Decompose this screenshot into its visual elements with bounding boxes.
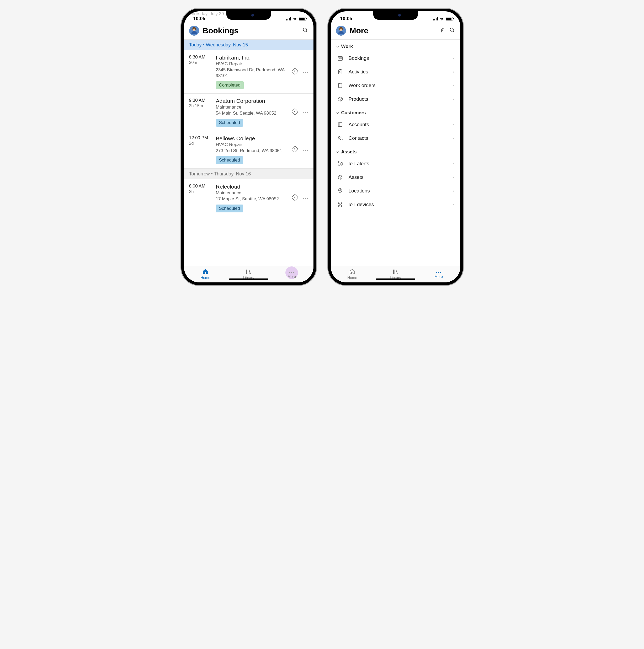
- chevron-right-icon: ›: [452, 56, 454, 60]
- tab-library[interactable]: Library: [227, 266, 270, 283]
- navigate-icon[interactable]: [291, 68, 298, 76]
- svg-point-11: [307, 112, 308, 113]
- search-icon[interactable]: [449, 27, 455, 34]
- svg-point-20: [289, 272, 290, 273]
- menu-accounts[interactable]: Accounts ›: [331, 118, 460, 131]
- chevron-down-icon: [336, 112, 339, 115]
- svg-point-25: [450, 28, 453, 32]
- svg-point-15: [307, 150, 308, 151]
- search-icon[interactable]: [303, 27, 308, 34]
- library-icon: [245, 268, 252, 275]
- svg-point-6: [305, 72, 306, 73]
- menu-assets[interactable]: Assets ›: [331, 170, 460, 184]
- section-customers[interactable]: Customers: [331, 106, 460, 118]
- chevron-right-icon: ›: [452, 70, 454, 74]
- more-icon[interactable]: [303, 70, 308, 74]
- signal-icon: [286, 17, 291, 20]
- menu-products[interactable]: Products ›: [331, 92, 460, 106]
- chevron-right-icon: ›: [452, 136, 454, 140]
- svg-line-26: [453, 31, 454, 32]
- svg-point-9: [303, 112, 304, 113]
- tab-home[interactable]: Home: [331, 266, 374, 283]
- menu-contacts[interactable]: Contacts ›: [331, 131, 460, 145]
- bell-nodes-icon: [337, 161, 344, 167]
- svg-point-49: [436, 272, 437, 273]
- menu-iot-alerts[interactable]: IoT alerts ›: [331, 157, 460, 170]
- cube-icon: [337, 174, 344, 180]
- svg-point-41: [338, 162, 339, 163]
- page-title: More: [350, 26, 439, 35]
- svg-point-47: [341, 206, 342, 207]
- notch: [373, 11, 418, 20]
- svg-point-48: [340, 204, 341, 205]
- svg-point-39: [338, 137, 340, 138]
- navigate-icon[interactable]: [291, 108, 298, 116]
- svg-point-21: [291, 272, 292, 273]
- chevron-right-icon: ›: [452, 122, 454, 127]
- chevron-down-icon: [336, 45, 339, 48]
- clipboard-icon: [337, 82, 344, 89]
- more-dots-icon: [289, 270, 294, 274]
- notch: [227, 11, 271, 20]
- home-icon: [349, 268, 356, 275]
- svg-point-40: [341, 137, 342, 138]
- wifi-icon: [292, 17, 297, 21]
- more-icon[interactable]: [303, 196, 308, 200]
- box-icon: [337, 96, 344, 102]
- tab-more[interactable]: More: [270, 266, 314, 283]
- signal-icon: [433, 17, 438, 20]
- chevron-right-icon: ›: [452, 161, 454, 166]
- people-icon: [337, 135, 344, 141]
- svg-point-44: [338, 203, 339, 204]
- wifi-icon: [439, 17, 444, 21]
- chevron-down-icon: [336, 150, 339, 154]
- status-time: 10:05: [340, 16, 352, 21]
- pin-icon[interactable]: [439, 27, 445, 34]
- tab-bar: Home Library More: [331, 266, 460, 283]
- phone-right: 10:05 More W: [327, 8, 464, 286]
- svg-point-13: [303, 150, 304, 151]
- svg-point-46: [338, 206, 339, 207]
- tab-home[interactable]: Home: [184, 266, 227, 283]
- phone-left: 10:05 Bookings Today • Wednesday, Nov 15: [180, 8, 317, 286]
- svg-rect-38: [338, 123, 342, 127]
- menu-bookings[interactable]: Bookings ›: [331, 51, 460, 65]
- chevron-right-icon: ›: [452, 97, 454, 101]
- tab-library[interactable]: Library: [374, 266, 417, 283]
- navigate-icon[interactable]: [291, 146, 298, 154]
- svg-point-17: [303, 198, 304, 199]
- svg-point-50: [438, 272, 439, 273]
- svg-point-7: [307, 72, 308, 73]
- svg-point-22: [293, 272, 294, 273]
- svg-point-19: [307, 198, 308, 199]
- more-menu[interactable]: Work Bookings › Activities › Work orders…: [331, 40, 460, 266]
- more-dots-icon: [436, 270, 441, 274]
- svg-point-5: [303, 72, 304, 73]
- battery-icon: [299, 17, 306, 20]
- app-header: More: [331, 23, 460, 40]
- chevron-right-icon: ›: [452, 202, 454, 207]
- section-assets[interactable]: Assets: [331, 145, 460, 157]
- menu-work-orders[interactable]: Work orders ›: [331, 79, 460, 92]
- more-icon[interactable]: [303, 147, 308, 152]
- library-icon: [393, 268, 399, 275]
- more-icon[interactable]: [303, 110, 308, 115]
- svg-point-10: [305, 112, 306, 113]
- menu-activities[interactable]: Activities ›: [331, 65, 460, 79]
- battery-icon: [446, 17, 453, 20]
- tab-more[interactable]: More: [417, 266, 460, 283]
- chevron-right-icon: ›: [452, 188, 454, 193]
- nodes-icon: [337, 202, 344, 208]
- home-indicator[interactable]: [229, 278, 268, 280]
- svg-point-14: [305, 150, 306, 151]
- section-work[interactable]: Work: [331, 40, 460, 51]
- home-indicator[interactable]: [376, 278, 415, 280]
- tab-bar: Home Library More: [184, 266, 314, 283]
- avatar[interactable]: [336, 26, 346, 36]
- book-icon: [337, 121, 344, 128]
- menu-iot-devices[interactable]: IoT devices ›: [331, 198, 460, 211]
- navigate-icon[interactable]: [291, 194, 298, 202]
- menu-locations[interactable]: Locations ›: [331, 184, 460, 198]
- chevron-right-icon: ›: [452, 83, 454, 88]
- home-icon: [202, 268, 208, 275]
